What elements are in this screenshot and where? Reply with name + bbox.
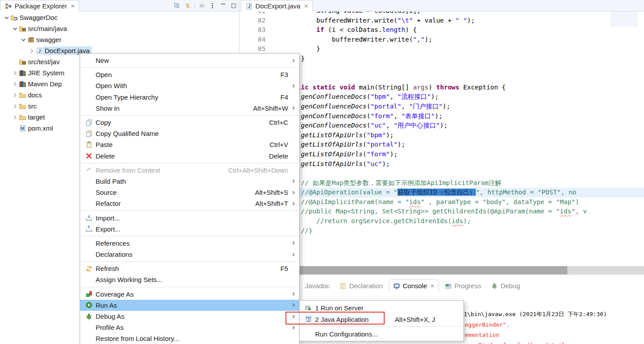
menu-item-label: Open With bbox=[96, 82, 127, 89]
menu-item-open-with[interactable]: Open With bbox=[80, 80, 299, 91]
menu-icon-cell bbox=[82, 119, 96, 126]
menu-item-import[interactable]: Import... bbox=[80, 212, 299, 223]
menu-item-assign-working-sets[interactable]: Assign Working Sets... bbox=[80, 274, 299, 285]
tab-package-explorer[interactable]: Package Explorer ✕ bbox=[0, 0, 79, 12]
chevron-right-icon[interactable] bbox=[11, 92, 19, 99]
close-icon[interactable]: ✕ bbox=[430, 283, 435, 289]
menu-item-export[interactable]: Export... bbox=[80, 224, 299, 235]
menu-item-copy[interactable]: CopyCtrl+C bbox=[80, 117, 299, 128]
menu-separator bbox=[81, 115, 298, 116]
menu-item-open[interactable]: OpenF3 bbox=[80, 69, 299, 80]
menu-item-run-as[interactable]: Run As bbox=[80, 300, 299, 311]
menu-item-refactor[interactable]: RefactorAlt+Shift+T bbox=[80, 198, 299, 209]
tree-item-label: src bbox=[26, 102, 39, 110]
code-line-85: 85 } bbox=[240, 44, 644, 54]
menu-item-refresh[interactable]: RefreshF5 bbox=[80, 263, 299, 274]
copy-qualified-icon bbox=[85, 130, 93, 137]
tab-docexport-java[interactable]: J DocExport.java ✕ bbox=[241, 0, 313, 12]
code-line-92: 92 genConfluenceDocs("form", "表单接口"); bbox=[240, 112, 644, 121]
tab-label: Javadoc bbox=[305, 282, 330, 290]
minimize-icon[interactable] bbox=[219, 2, 227, 9]
tab-debug[interactable]: Debug bbox=[487, 279, 524, 292]
submenu-arrow-icon bbox=[290, 189, 297, 196]
submenu-arrow-icon bbox=[290, 200, 297, 207]
remove-context-icon bbox=[85, 166, 93, 174]
code-text: //@ApiImplicitParam(name = "ids" , param… bbox=[270, 197, 579, 207]
menu-item-label: Open bbox=[96, 71, 112, 78]
menu-item-label: Paste bbox=[96, 141, 112, 148]
menu-item-label: Refresh bbox=[96, 265, 119, 272]
menu-shortcut: F5 bbox=[280, 265, 290, 272]
tab-javadoc[interactable]: Javadoc bbox=[301, 279, 334, 292]
menu-item-delete[interactable]: DeleteDelete bbox=[80, 151, 299, 162]
menu-item-coverage-as[interactable]: Coverage As bbox=[80, 289, 299, 300]
code-line-83: 83 if (i < colDatas.length) { bbox=[240, 25, 644, 35]
chevron-down-icon[interactable] bbox=[11, 25, 19, 32]
menu-icon-cell bbox=[82, 290, 96, 298]
tree-item-src-main-java[interactable]: src/main/java bbox=[0, 23, 239, 34]
code-area[interactable]: 81 String value = colDatas[i];82 buffere… bbox=[240, 6, 644, 236]
filters-icon[interactable] bbox=[198, 2, 205, 9]
chevron-right-icon[interactable] bbox=[28, 47, 35, 54]
line-number: 84 bbox=[240, 35, 266, 45]
console-tab-icon bbox=[393, 282, 401, 290]
console-stderr-line: oggerBinder". bbox=[465, 321, 510, 328]
chevron-right-icon[interactable] bbox=[11, 114, 19, 121]
menu-item-label: Declarations bbox=[96, 251, 132, 258]
menu-item-copy-qualified-name[interactable]: Copy Qualified Name bbox=[80, 128, 299, 139]
menu-icon-cell bbox=[82, 313, 96, 320]
menu-item-run-configurations[interactable]: Run Configurations... bbox=[300, 328, 463, 340]
code-line-104: 104 //} bbox=[240, 226, 644, 236]
library-icon bbox=[19, 70, 26, 77]
import-icon bbox=[85, 214, 93, 221]
package-explorer-toolbar bbox=[173, 0, 237, 11]
menu-item-paste[interactable]: PasteCtrl+V bbox=[80, 139, 299, 150]
menu-item-label: Remove from Context bbox=[96, 166, 160, 174]
close-icon[interactable]: ✕ bbox=[70, 3, 75, 9]
run-icon bbox=[85, 301, 93, 309]
menu-icon-cell bbox=[82, 141, 96, 148]
menu-item-show-in[interactable]: Show InAlt+Shift+W bbox=[80, 103, 299, 114]
menu-icon-cell bbox=[301, 304, 315, 311]
menu-item-debug-as[interactable]: Debug As bbox=[80, 311, 299, 322]
code-text: //public Map<String, Set<String>> getChi… bbox=[270, 207, 587, 216]
tab-console[interactable]: Console✕ bbox=[389, 279, 439, 292]
menu-item-build-path[interactable]: Build Path bbox=[80, 176, 299, 187]
tree-item-swagger[interactable]: swagger bbox=[0, 34, 239, 45]
chevron-down-icon[interactable] bbox=[19, 36, 27, 43]
editor-tab-label: DocExport.java bbox=[255, 2, 301, 10]
menu-item-open-type-hierarchy[interactable]: Open Type HierarchyF4 bbox=[80, 92, 299, 103]
package-explorer-tabbar: Package Explorer ✕ bbox=[0, 0, 239, 12]
view-menu-icon[interactable] bbox=[208, 2, 216, 9]
context-menu: NewOpenF3Open WithOpen Type HierarchyF4S… bbox=[80, 53, 300, 344]
submenu-arrow-icon bbox=[290, 82, 297, 89]
menu-item-declarations[interactable]: Declarations bbox=[80, 249, 299, 260]
package-explorer-icon bbox=[4, 3, 12, 10]
maximize-icon[interactable] bbox=[230, 2, 237, 9]
menu-item-new[interactable]: New bbox=[80, 55, 299, 66]
code-line-100: 100 //@ApiOperation(value = "获取子组织ID（包含自… bbox=[240, 188, 644, 197]
tree-item-swaggerdoc[interactable]: JSwaggerDoc bbox=[0, 12, 239, 23]
menu-item-remove-from-context[interactable]: Remove from ContextCtrl+Alt+Shift+Down bbox=[80, 165, 299, 176]
code-line-98: 98 bbox=[240, 169, 644, 178]
chevron-right-icon[interactable] bbox=[11, 81, 19, 88]
editor-tabbar: J DocExport.java ✕ bbox=[240, 0, 644, 12]
tab-declaration[interactable]: Declaration bbox=[335, 279, 387, 292]
tab-progress[interactable]: Progress bbox=[441, 279, 485, 292]
package-icon bbox=[27, 36, 35, 43]
menu-item-profile-as[interactable]: Profile As bbox=[80, 322, 299, 333]
link-with-editor-icon[interactable] bbox=[184, 2, 191, 9]
package-explorer-tab-label: Package Explorer bbox=[15, 2, 67, 10]
chevron-down-icon[interactable] bbox=[3, 14, 10, 21]
toolbar-separator bbox=[194, 3, 195, 9]
menu-item-references[interactable]: References bbox=[80, 238, 299, 249]
menu-item-source[interactable]: SourceAlt+Shift+S bbox=[80, 187, 299, 198]
close-icon[interactable]: ✕ bbox=[304, 3, 309, 9]
editor-horizontal-scrollbar bbox=[240, 266, 644, 274]
chevron-right-icon[interactable] bbox=[11, 103, 19, 110]
java-file-icon: J bbox=[35, 47, 43, 54]
menu-item-label: Export... bbox=[96, 225, 120, 233]
menu-item-restore-from-local-history[interactable]: Restore from Local History... bbox=[80, 333, 299, 344]
chevron-right-icon[interactable] bbox=[11, 70, 19, 77]
collapse-all-icon[interactable] bbox=[173, 2, 181, 9]
